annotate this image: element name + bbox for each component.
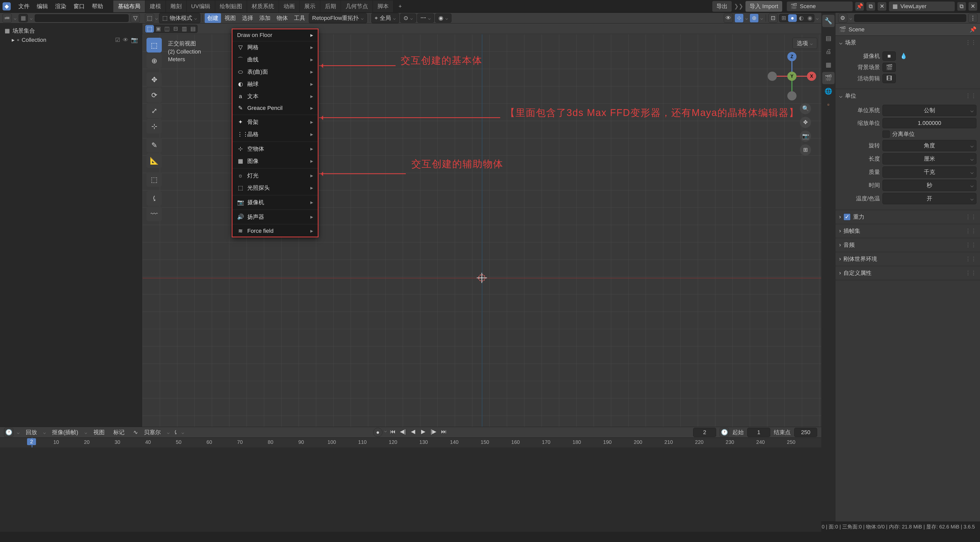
import-button[interactable]: 导入 Import	[745, 1, 783, 12]
outliner-search-input[interactable]	[35, 14, 129, 22]
workspace-tab[interactable]: 绘制贴图	[215, 0, 247, 12]
custom-props-section-header[interactable]: ›自定义属性⋮⋮	[835, 266, 980, 280]
menu-编辑[interactable]: 编辑	[33, 2, 52, 11]
render-tab-icon[interactable]: ▤	[822, 32, 835, 44]
menu-帮助[interactable]: 帮助	[88, 2, 107, 11]
bg-scene-field[interactable]: 🎬	[883, 63, 896, 72]
viewport-menu-item[interactable]: 创建	[205, 13, 221, 23]
workspace-tab[interactable]: 脚本	[373, 0, 393, 12]
menu-文件[interactable]: 文件	[15, 2, 33, 11]
timeline-track[interactable]	[0, 447, 821, 532]
timeline-ruler[interactable]: 2 10203040506070809010011012013014015016…	[0, 438, 821, 447]
add-menu-item[interactable]: ≋Force field▸	[232, 225, 318, 236]
add-menu-item[interactable]: ▦图像▸	[232, 155, 318, 167]
viewport-menu-item[interactable]: 物体	[274, 13, 290, 23]
workspace-tab[interactable]: 基础布局	[113, 0, 145, 12]
visibility-toggle-icon[interactable]: 👁	[724, 14, 733, 23]
outliner-display-mode-icon[interactable]: ▦	[19, 14, 27, 22]
xray-toggle-icon[interactable]: ⊡	[768, 14, 778, 23]
rigidbody-section-header[interactable]: ›刚体世界环境⋮⋮	[835, 252, 980, 266]
extra-dropdown-icon[interactable]: ⤹	[173, 429, 178, 436]
viewlayer-tab-icon[interactable]: ▦	[822, 59, 835, 71]
viewport-options-button[interactable]: 选项⌵	[792, 38, 817, 49]
jump-start-icon[interactable]: ⏮	[388, 428, 397, 436]
keying-menu[interactable]: 抠像(插帧)	[49, 428, 81, 437]
select-mode6-icon[interactable]: ▤	[189, 25, 197, 33]
collection-render-icon[interactable]: 📷	[131, 37, 138, 43]
add-menu-item[interactable]: ⌒曲线▸	[232, 54, 318, 66]
mode-selector[interactable]: ⬚物体模式⌵	[159, 13, 200, 23]
camera-field[interactable]: ■	[883, 51, 896, 61]
keyframe-prev-icon[interactable]: ◀|	[399, 428, 407, 436]
unit-system-select[interactable]: 公制	[883, 105, 977, 116]
menu-渲染[interactable]: 渲染	[52, 2, 70, 11]
transform-tool[interactable]: ⊹	[146, 119, 162, 133]
new-viewlayer-icon[interactable]: ⧉	[957, 2, 966, 11]
rendered-shading-icon[interactable]: ◉	[805, 14, 814, 22]
retopoflow-menu[interactable]: RetopoFlow重拓扑⌵	[309, 13, 367, 23]
add-menu-item[interactable]: ✎Greace Pencil▸	[232, 103, 318, 114]
add-menu-item[interactable]: a文本▸	[232, 90, 318, 103]
workspace-tab[interactable]: 展示	[300, 0, 320, 12]
scale-tool[interactable]: ⤢	[146, 103, 162, 118]
scene-section-header[interactable]: ⌵场景⋮⋮	[835, 36, 980, 49]
select-mode4-icon[interactable]: ⊟	[171, 25, 180, 33]
add-menu-item[interactable]: ⊹空物体▸	[232, 143, 318, 155]
end-frame-field[interactable]: 250	[794, 428, 817, 437]
gizmo-toggle-icon[interactable]: ⊹	[735, 14, 744, 23]
overlay-toggle-icon[interactable]: ⊕	[749, 14, 759, 23]
world-tab-icon[interactable]: 🌐	[822, 85, 835, 97]
material-shading-icon[interactable]: ◐	[797, 14, 805, 22]
workspace-tab[interactable]: 材质系统	[247, 0, 279, 12]
collection-visibility-icon[interactable]: 👁	[123, 37, 128, 43]
blender-logo-icon[interactable]: ◆	[3, 2, 11, 11]
marker-menu[interactable]: 标记	[111, 428, 127, 437]
menu-窗口[interactable]: 窗口	[70, 2, 88, 11]
start-frame-field[interactable]: 1	[747, 428, 770, 437]
separate-unit-checkbox[interactable]	[883, 130, 890, 138]
camera-nav-icon[interactable]: 📷	[800, 130, 811, 142]
select-tool[interactable]: ⬚	[146, 38, 162, 52]
wireframe-shading-icon[interactable]: ⊞	[780, 14, 788, 22]
viewport-menu-item[interactable]: 添加	[257, 13, 273, 23]
transform-orientation[interactable]: ⌖全局⌵	[371, 13, 399, 23]
add-menu-item[interactable]: 📷摄像机▸	[232, 196, 318, 209]
gravity-checkbox[interactable]: ✓	[843, 213, 851, 220]
add-menu-item[interactable]: ◐融球▸	[232, 78, 318, 90]
add-workspace-button[interactable]: +	[395, 1, 406, 12]
scale-unit-field[interactable]: 1.000000	[883, 118, 977, 128]
add-menu-item[interactable]: ▽网格▸	[232, 41, 318, 54]
measure-tool[interactable]: 📐	[146, 153, 162, 168]
add-menu-item[interactable]: ⬭表(曲)面▸	[232, 66, 318, 78]
timeline-view-menu[interactable]: 视图	[91, 428, 107, 437]
viewport-menu-item[interactable]: 工具	[291, 13, 308, 23]
eyedropper-icon[interactable]: 💧	[898, 53, 908, 59]
temperature-unit-select[interactable]: 开	[883, 193, 977, 204]
audio-section-header[interactable]: ›音频⋮⋮	[835, 238, 980, 252]
add-menu-item[interactable]: ⋮⋮晶格▸	[232, 128, 318, 141]
length-unit-select[interactable]: 厘米	[883, 153, 977, 165]
draw-on-floor-item[interactable]: Draw on Floor▸	[232, 29, 318, 41]
move-tool[interactable]: ✥	[146, 72, 162, 87]
pin-scene-icon[interactable]: 📌	[855, 2, 864, 11]
properties-editor-type-icon[interactable]: ⚙	[838, 14, 847, 23]
bezier-menu[interactable]: 贝塞尔	[142, 428, 163, 437]
viewport-menu-item[interactable]: 视图	[222, 13, 239, 23]
select-all-icon[interactable]: ⬚	[145, 25, 154, 33]
gravity-section-header[interactable]: ›✓重力⋮⋮	[835, 210, 980, 224]
play-icon[interactable]: ▶	[419, 428, 428, 436]
auto-key-icon[interactable]: ●	[373, 428, 383, 437]
scene-tab-icon[interactable]: 🎬	[822, 72, 835, 84]
viewlayer-selector[interactable]: ▦ViewLayer	[889, 1, 955, 11]
add-menu-item[interactable]: ✦骨架▸	[232, 116, 318, 128]
scene-selector[interactable]: 🎬Scene	[787, 1, 853, 11]
rotation-unit-select[interactable]: 角度	[883, 140, 977, 151]
current-frame-field[interactable]: 2	[693, 428, 716, 437]
delete-scene-icon[interactable]: ✕	[877, 2, 886, 11]
add-cube-tool[interactable]: ⬚	[146, 172, 162, 187]
select-mode3-icon[interactable]: ◫	[162, 25, 171, 33]
pivot-selector[interactable]: ⊙⌵	[400, 14, 416, 23]
viewport-editor-type-icon[interactable]: ⬚	[145, 14, 154, 23]
navigation-gizmo[interactable]: X Y Z	[770, 55, 814, 98]
workspace-tab[interactable]: 雕刻	[166, 0, 186, 12]
